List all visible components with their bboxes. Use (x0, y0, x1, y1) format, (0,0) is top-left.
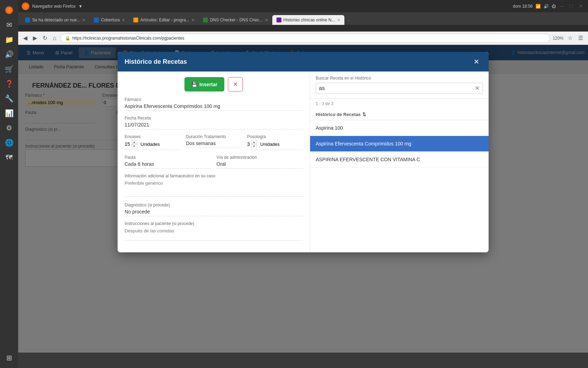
search-section: Buscar Receta en el Histórico ✕ (310, 71, 489, 98)
search-input[interactable] (319, 85, 475, 91)
insert-button-label: Insertar (200, 82, 217, 87)
results-section-label: Histórico de Recetas (316, 112, 361, 117)
tab-4[interactable]: DNS Checker - DNS Chec... ✕ (199, 15, 272, 25)
info-textarea[interactable] (125, 179, 303, 197)
titlebar-arrow: ▼ (78, 4, 83, 9)
farmaco-value: Aspirina Efervescenta Comprimidos 100 mg (125, 103, 303, 111)
tab-5[interactable]: Historias clínicas online N... ✕ (272, 15, 344, 25)
address-bar[interactable]: 🔒 https://hclinicas.programahistoriasCli… (61, 34, 550, 43)
browser-toolbar: ◀ ▶ ↻ ⌂ 🔒 https://hclinicas.programahist… (18, 32, 588, 45)
posologia-down[interactable]: ▼ (251, 144, 257, 148)
cart-icon[interactable]: 🛒 (2, 62, 16, 76)
results-list: Histórico de Recetas ⇅ Aspirina 100 Aspi… (310, 109, 489, 252)
result-item-3[interactable]: ASPIRINA EFERVESCENTE CON VITAMINA C (310, 152, 489, 168)
back-btn[interactable]: ◀ (22, 33, 29, 43)
tab-favicon-3 (133, 18, 138, 22)
envases-down[interactable]: ▼ (132, 144, 137, 148)
tools-icon[interactable]: 🔧 (2, 92, 16, 105)
fecha-label: Fecha Receta (125, 116, 303, 121)
fecha-value: 11/07/2021 (125, 121, 303, 129)
posologia-spinner[interactable]: ▲ ▼ (251, 140, 257, 148)
modal-overlay: Histórico de Recetas ✕ 💾 Insertar ✕ (18, 45, 588, 353)
instrucciones-textarea[interactable] (125, 227, 303, 241)
tab-4-close[interactable]: ✕ (265, 18, 268, 22)
sound-icon[interactable]: 🔊 (2, 48, 16, 61)
result-item-1-label: Aspirina 100 (316, 125, 343, 131)
home-btn[interactable]: ⌂ (51, 34, 58, 43)
results-count: 1 - 3 de 3 (310, 98, 489, 109)
zoom-level: 120% (553, 36, 564, 41)
tab-1[interactable]: Se ha detectado un nue... ✕ (21, 15, 90, 25)
pauta-value: Cada 8 horas (125, 161, 211, 169)
page-content: ☰ Menú ⊞ Panel 👤 Pacientes 📅 Citas Calen… (18, 45, 588, 353)
power-icon: ⏻ (552, 4, 556, 9)
browser-title: Navegador web Firefox (32, 4, 76, 9)
apps-icon[interactable]: ⊞ (2, 351, 16, 364)
tab-5-close[interactable]: ✕ (337, 18, 340, 22)
tab-4-label: DNS Checker - DNS Chec... (210, 18, 263, 22)
envases-duracion-row: Envases 15 ▲ ▼ Unidades (125, 134, 303, 150)
modal-body: 💾 Insertar ✕ Fármaco Aspirina Efervescen… (118, 71, 489, 252)
menu-btn[interactable]: ☰ (577, 33, 584, 43)
taskbar: ✉ 📁 🔊 🛒 ❓ 🔧 📊 ⚙ 🌐 🗺 ⊞ (0, 0, 18, 368)
pauta-col: Pauta Cada 8 horas (125, 155, 211, 169)
cancel-button[interactable]: ✕ (228, 77, 243, 91)
tab-3[interactable]: Artículos: Editar - progra... ✕ (129, 15, 199, 25)
via-value: Oral (217, 161, 303, 169)
globe-icon[interactable]: 🌐 (2, 136, 16, 149)
envases-unit: Unidades (141, 142, 160, 147)
modal-right-panel: Buscar Receta en el Histórico ✕ 1 - 3 de… (310, 71, 489, 252)
insert-button[interactable]: 💾 Insertar (184, 77, 224, 91)
tab-favicon-4 (203, 18, 208, 22)
via-label: Vía de administración (217, 155, 303, 160)
firefox-icon[interactable] (2, 4, 16, 17)
tab-2-close[interactable]: ✕ (122, 18, 125, 22)
refresh-btn[interactable]: ↻ (41, 33, 49, 43)
posologia-unit: Unidades (260, 142, 280, 147)
duracion-label: Duración Tratamiento (186, 134, 241, 139)
datetime: dom 18:56 (513, 4, 533, 9)
posologia-input-group: 3 ▲ ▼ Unidades (247, 140, 303, 150)
chart-icon[interactable]: 📊 (2, 107, 16, 120)
fecha-group: Fecha Receta 11/07/2021 (125, 116, 303, 129)
tab-3-label: Artículos: Editar - progra... (140, 18, 189, 22)
duracion-value: Dos semanas (186, 140, 241, 148)
farmaco-label: Fármaco (125, 97, 303, 102)
forward-btn[interactable]: ▶ (31, 33, 38, 43)
modal-close-button[interactable]: ✕ (471, 57, 482, 67)
diagnostico-group: Diagnóstico (si procede) No procede (125, 203, 303, 216)
email-icon[interactable]: ✉ (2, 18, 16, 32)
search-input-wrap[interactable]: ✕ (316, 83, 483, 94)
map-icon[interactable]: 🗺 (2, 151, 16, 164)
search-clear-button[interactable]: ✕ (475, 84, 480, 92)
tab-1-close[interactable]: ✕ (82, 18, 85, 22)
help-icon[interactable]: ❓ (2, 77, 16, 90)
bookmark-btn[interactable]: ☆ (566, 33, 574, 43)
result-item-2[interactable]: Aspirina Efervescenta Comprimidos 100 mg (310, 136, 489, 152)
tab-3-close[interactable]: ✕ (191, 18, 195, 22)
modal-toolbar: 💾 Insertar ✕ (125, 77, 303, 91)
new-tab-btn[interactable]: + (346, 16, 352, 25)
restore-btn[interactable]: □ (568, 2, 574, 11)
tab-favicon-5 (276, 18, 281, 22)
modal: Histórico de Recetas ✕ 💾 Insertar ✕ (118, 52, 489, 252)
info-group: Información adicional al farmacéutico en… (125, 173, 303, 198)
lock-icon: 🔒 (65, 36, 70, 41)
save-icon: 💾 (191, 82, 197, 87)
envases-up[interactable]: ▲ (132, 140, 137, 144)
sort-icon[interactable]: ⇅ (362, 112, 366, 117)
envases-input-group: 15 ▲ ▼ Unidades (125, 140, 180, 150)
tab-1-label: Se ha detectado un nue... (32, 18, 80, 22)
instrucciones-label: Instrucciones al paciente (si procede) (125, 221, 303, 226)
minimize-btn[interactable]: ─ (559, 2, 565, 11)
tab-2[interactable]: Cobertura ✕ (90, 15, 129, 25)
result-item-1[interactable]: Aspirina 100 (310, 120, 489, 136)
envases-spinner[interactable]: ▲ ▼ (132, 140, 137, 148)
gear-icon[interactable]: ⚙ (2, 121, 16, 135)
titlebar: Navegador web Firefox ▼ dom 18:56 📶 🔊 ⏻ … (18, 0, 588, 12)
pauta-label: Pauta (125, 155, 211, 160)
posologia-up[interactable]: ▲ (251, 140, 257, 144)
posologia-value: 3 (247, 141, 250, 147)
files-icon[interactable]: 📁 (2, 33, 16, 46)
window-close-btn[interactable]: ✕ (577, 1, 584, 11)
